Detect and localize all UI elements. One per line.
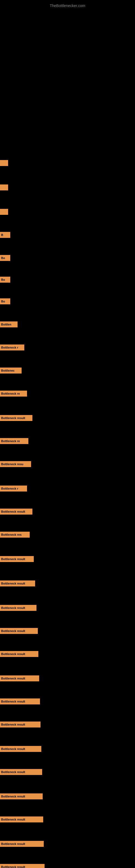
bar-label: Bottlen bbox=[0, 321, 17, 328]
bar-label: B bbox=[0, 232, 10, 238]
bar-item: Bottleneck result bbox=[0, 864, 45, 868]
bar-item: Bottleneck r bbox=[0, 486, 27, 492]
bar-label: Bottleneck r bbox=[0, 486, 27, 492]
bar-item: Bottlen bbox=[0, 321, 17, 328]
bar-label bbox=[0, 160, 8, 166]
bar-label: Bottleneck result bbox=[0, 699, 40, 705]
bar-item: Bottleneck result bbox=[0, 508, 32, 515]
bar-item: Bottleneck result bbox=[0, 794, 43, 799]
bar-item: Bottleneck re bbox=[0, 438, 28, 444]
bar-label: Bottleneck result bbox=[0, 415, 32, 421]
bar-item bbox=[0, 160, 8, 166]
bar-item: Bottleneck result bbox=[0, 628, 38, 634]
bar-label: Bottleneck re bbox=[0, 391, 27, 397]
bar-item: Bo bbox=[0, 277, 10, 283]
bar-label bbox=[0, 209, 8, 215]
bar-item: Bottleneck result bbox=[0, 415, 32, 421]
bar-label: Bottleneck res bbox=[0, 532, 30, 538]
bar-label: Bottleneck result bbox=[0, 841, 44, 847]
bar-item: Bo bbox=[0, 255, 10, 261]
bar-item: Bottleneck result bbox=[0, 721, 41, 727]
bar-label: Bottleneck re bbox=[0, 438, 28, 444]
bar-label: Bottleneck result bbox=[0, 556, 34, 562]
bar-label: Bottlenec bbox=[0, 368, 21, 373]
bar-label: Bottleneck result bbox=[0, 746, 41, 752]
bar-label: Bottleneck result bbox=[0, 794, 43, 799]
bar-label: Bo bbox=[0, 277, 10, 283]
site-title: TheBottlenecker.com bbox=[50, 1, 85, 10]
bar-label: Bo bbox=[0, 299, 10, 304]
bar-label: Bottleneck result bbox=[0, 864, 45, 868]
bar-label: Bottleneck result bbox=[0, 508, 32, 515]
bar-item: Bottleneck res bbox=[0, 532, 30, 538]
bar-item: Bottleneck result bbox=[0, 605, 37, 611]
bar-item: Bottleneck result bbox=[0, 556, 34, 562]
bar-label bbox=[0, 184, 8, 190]
bar-item: Bottleneck result bbox=[0, 581, 35, 586]
bar-item: Bottleneck result bbox=[0, 841, 44, 847]
bar-item: B bbox=[0, 232, 10, 238]
bar-label: Bottleneck result bbox=[0, 675, 39, 681]
bar-label: Bottleneck r bbox=[0, 344, 24, 350]
bar-item: Bottleneck result bbox=[0, 816, 43, 823]
bar-item: Bottleneck result bbox=[0, 675, 39, 681]
bar-label: Bottleneck resu bbox=[0, 461, 31, 467]
bar-item bbox=[0, 209, 8, 215]
bar-item: Bottleneck re bbox=[0, 391, 27, 397]
bar-item: Bottleneck resu bbox=[0, 461, 31, 467]
bar-label: Bottleneck result bbox=[0, 769, 42, 775]
bar-item: Bottleneck result bbox=[0, 699, 40, 705]
bar-label: Bottleneck result bbox=[0, 581, 35, 586]
bar-label: Bottleneck result bbox=[0, 816, 43, 823]
bar-label: Bottleneck result bbox=[0, 605, 37, 611]
bar-label: Bo bbox=[0, 255, 10, 261]
bar-item: Bo bbox=[0, 299, 10, 304]
bar-item: Bottleneck r bbox=[0, 344, 24, 350]
bar-item bbox=[0, 184, 8, 190]
bar-label: Bottleneck result bbox=[0, 651, 38, 657]
bar-label: Bottleneck result bbox=[0, 721, 41, 727]
bar-item: Bottlenec bbox=[0, 368, 21, 373]
bar-label: Bottleneck result bbox=[0, 628, 38, 634]
bar-item: Bottleneck result bbox=[0, 769, 42, 775]
bar-item: Bottleneck result bbox=[0, 651, 38, 657]
bar-item: Bottleneck result bbox=[0, 746, 41, 752]
